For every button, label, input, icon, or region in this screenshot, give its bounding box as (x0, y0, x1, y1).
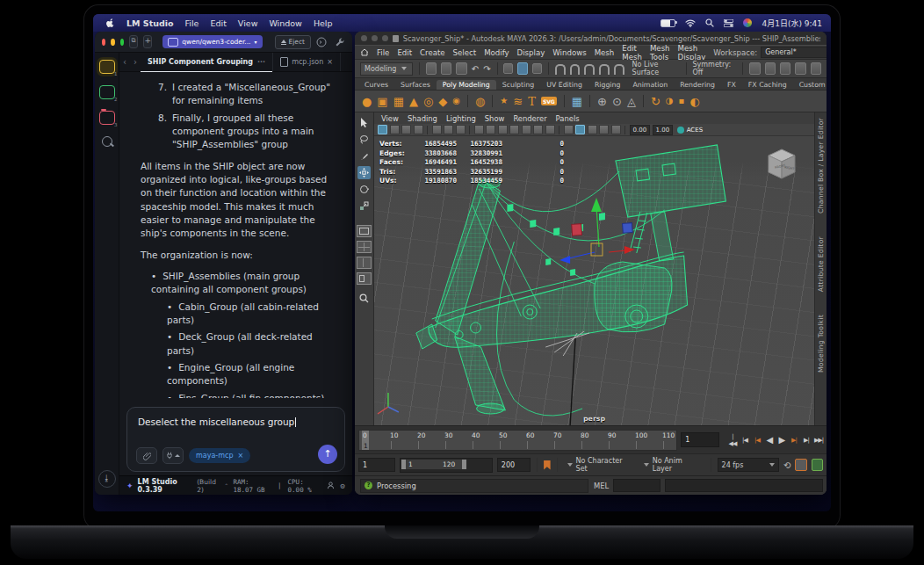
control-center-icon[interactable] (724, 19, 733, 27)
sidebar-discover-search-icon[interactable] (102, 136, 112, 147)
nav-back-button[interactable]: ‹ (119, 57, 130, 67)
exposure-field[interactable]: 0.00 (630, 125, 651, 135)
snap-grid-icon[interactable] (555, 64, 566, 75)
go-to-start-button[interactable]: |◀◀ (728, 433, 737, 447)
snap-curve-icon[interactable] (570, 64, 581, 75)
shelf-tab-fx-caching[interactable]: FX Caching (742, 80, 793, 90)
viewport-3d-area[interactable]: Verts:16854495163752030 Edges:3380366832… (374, 136, 814, 425)
save-scene-icon[interactable] (456, 62, 466, 75)
new-scene-icon[interactable] (426, 62, 437, 75)
contrast-icon[interactable] (611, 125, 621, 134)
wifi-icon[interactable] (685, 19, 696, 27)
loop-icon[interactable]: ⟲ (783, 460, 790, 470)
panel-menu-lighting[interactable]: Lighting (446, 114, 476, 123)
play-backwards-button[interactable]: ◀ (765, 435, 774, 445)
spotlight-search-icon[interactable] (705, 18, 714, 27)
workspace-dropdown[interactable]: General* (761, 47, 827, 58)
fps-dropdown[interactable]: 24 fps (718, 458, 779, 472)
snap-view-plane-icon[interactable] (614, 64, 624, 75)
exposure-icon[interactable] (599, 125, 609, 134)
animation-end-field[interactable]: 200 (497, 458, 531, 472)
mel-result-field[interactable] (665, 479, 823, 492)
lasso-tool-icon[interactable] (357, 133, 371, 146)
panel-menu-renderer[interactable]: Renderer (513, 114, 546, 123)
maya-menu-mesh-tools[interactable]: Mesh Tools (650, 44, 670, 62)
xray-icon[interactable] (575, 125, 585, 134)
chat-input[interactable]: Deselect the miscellaneous group (126, 407, 345, 472)
attach-file-button[interactable] (136, 447, 157, 464)
user-icon[interactable] (327, 482, 335, 489)
battery-icon[interactable] (661, 19, 675, 27)
sidebar-models-folder-icon[interactable]: 3 (99, 111, 115, 125)
poly-torus-icon[interactable]: ◎ (423, 96, 433, 107)
screen-space-ao-icon[interactable] (533, 125, 543, 134)
wrench-icon[interactable] (335, 37, 345, 47)
menubar-app-name[interactable]: LM Studio (126, 18, 174, 28)
poly-cylinder-icon[interactable]: ▦ (393, 96, 404, 107)
animation-preferences-icon[interactable] (812, 459, 823, 471)
bookmark-icon[interactable] (544, 460, 551, 470)
2d-pan-zoom-icon[interactable] (444, 125, 453, 134)
eject-model-button[interactable]: Eject (275, 35, 312, 49)
menu-help[interactable]: Help (314, 18, 333, 28)
shelf-tab-sculpting[interactable]: Sculpting (496, 80, 540, 90)
model-selector[interactable]: qwen/qwen3-coder... ▾ (162, 35, 262, 48)
shelf-tab-rendering[interactable]: Rendering (674, 80, 721, 90)
pose-editor-icon[interactable] (795, 62, 805, 75)
sidebar-chat-icon[interactable]: 1 (99, 60, 115, 74)
panel-menu-show[interactable]: Show (485, 114, 505, 123)
poly-disc-icon[interactable]: ◉ (452, 97, 460, 105)
color-management-icon[interactable] (677, 127, 684, 134)
maya-menu-mesh[interactable]: Mesh (595, 48, 615, 57)
extrude-icon[interactable]: ▪ (679, 97, 685, 105)
view-cube[interactable]: FRONT RIGHT (762, 143, 802, 182)
chevron-up-icon[interactable]: ⌃ (224, 482, 228, 489)
home-icon[interactable] (360, 48, 369, 56)
camera-attributes-icon[interactable] (401, 125, 411, 134)
help-status-icon[interactable]: ? (365, 482, 372, 489)
mel-label[interactable]: MEL (594, 482, 609, 490)
shelf-tab-fx[interactable]: FX (721, 80, 742, 90)
render-icon[interactable] (749, 62, 760, 75)
type-tool-icon[interactable]: T (528, 96, 536, 107)
new-chat-button[interactable]: + (143, 35, 152, 48)
character-icon[interactable] (780, 62, 790, 75)
ipr-render-icon[interactable] (765, 62, 776, 75)
auto-keyframe-icon[interactable] (795, 459, 806, 471)
select-camera-icon[interactable] (378, 125, 387, 134)
sweep-mesh-icon[interactable]: ★ (500, 97, 508, 105)
sidebar-developer-icon[interactable]: 2 (99, 85, 115, 99)
isolate-select-icon[interactable] (564, 125, 574, 134)
shadows-icon[interactable] (522, 125, 531, 134)
select-object-icon[interactable] (517, 62, 528, 75)
shaded-icon[interactable] (486, 125, 495, 134)
tab-ship-component-grouping[interactable]: SHIP Component Grouping ··· (141, 53, 272, 72)
animation-start-field[interactable]: 1 (358, 458, 395, 472)
step-back-key-button[interactable]: |◀ (753, 437, 762, 444)
tab-channel-box[interactable]: Channel Box / Layer Editor (817, 118, 825, 214)
lock-camera-icon[interactable] (390, 125, 400, 134)
poly-cone-icon[interactable]: ▲ (409, 96, 418, 107)
new-window-icon[interactable]: ⧉ (129, 35, 138, 48)
pill-close-icon[interactable]: × (238, 452, 244, 460)
bookmark-icon[interactable] (414, 125, 423, 134)
send-button[interactable]: ↑ (318, 445, 337, 464)
apple-logo-icon[interactable] (105, 18, 115, 28)
step-back-frame-button[interactable]: |◀ (740, 437, 749, 444)
mirror-icon[interactable]: ◑ (666, 97, 674, 105)
image-plane-icon[interactable] (432, 125, 442, 134)
anim-layer-dropdown[interactable]: No Anim Layer (640, 459, 704, 471)
maya-menu-edit[interactable]: Edit (397, 48, 412, 57)
symmetry-field[interactable]: Symmetry: Off (693, 61, 737, 76)
platonic-solid-icon[interactable]: ◍ (475, 96, 485, 107)
layout-four-pane-button[interactable] (357, 241, 372, 253)
panel-menu-shading[interactable]: Shading (408, 114, 437, 123)
zoom-button[interactable] (382, 35, 388, 41)
redo-icon[interactable]: ↷ (483, 64, 490, 74)
maya-menu-file[interactable]: File (377, 48, 389, 57)
mel-command-input[interactable] (613, 479, 661, 492)
close-button[interactable] (102, 39, 105, 46)
nav-forward-button[interactable]: › (130, 57, 141, 67)
menu-file[interactable]: File (185, 18, 199, 28)
range-start-handle[interactable] (401, 460, 406, 469)
